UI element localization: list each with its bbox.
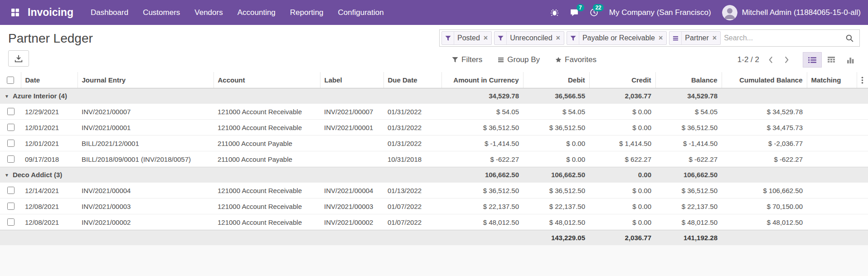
search-input[interactable] (723, 34, 841, 43)
col-cumulated-balance[interactable]: Cumulated Balance (722, 72, 807, 88)
optional-columns-toggle-icon[interactable] (858, 77, 868, 84)
total-debit: 143,229.05 (523, 230, 589, 246)
row-checkbox[interactable] (7, 108, 15, 115)
facet-posted: Posted × (441, 31, 492, 45)
pager-next-icon[interactable] (782, 56, 791, 64)
list-view-button[interactable] (803, 52, 822, 68)
col-date[interactable]: Date (21, 72, 78, 88)
pivot-view-button[interactable] (822, 52, 841, 68)
menu-accounting[interactable]: Accounting (230, 0, 283, 25)
ledger-row[interactable]: 12/01/2021 INV/2021/00001 121000 Account… (0, 120, 868, 136)
debug-bug-icon[interactable] (550, 8, 559, 17)
ledger-row[interactable]: 12/08/2021 INV/2021/00003 121000 Account… (0, 199, 868, 214)
menu-configuration[interactable]: Configuration (331, 0, 391, 25)
col-label[interactable]: Label (320, 72, 383, 88)
cell-balance: $ -622.27 (655, 151, 722, 167)
cell-due-date: 01/31/2022 (383, 120, 441, 136)
group-by-label: Group By (507, 55, 540, 64)
graph-view-button[interactable] (841, 52, 860, 68)
cell-account: 121000 Account Receivable (213, 199, 320, 214)
filter-icon (495, 32, 507, 44)
row-checkbox[interactable] (7, 124, 15, 131)
menu-vendors[interactable]: Vendors (187, 0, 230, 25)
cell-amount-currency: $ 22,137.50 (441, 199, 523, 214)
cell-balance: $ 36,512.50 (655, 183, 722, 199)
group-balance: 106,662.50 (655, 167, 722, 183)
favorites-label: Favorites (565, 55, 596, 64)
col-matching[interactable]: Matching (807, 72, 857, 88)
cell-matching (807, 214, 857, 230)
facet-remove-icon[interactable]: × (711, 34, 720, 42)
cell-account: 121000 Account Receivable (213, 183, 320, 199)
col-account[interactable]: Account (213, 72, 320, 88)
menu-dashboard[interactable]: Dashboard (83, 0, 136, 25)
facet-label: Payable or Receivable (579, 34, 657, 42)
group-row-azure-interior[interactable]: ▼Azure Interior (4) 34,529.78 36,566.55 … (0, 88, 868, 104)
main-menu: Dashboard Customers Vendors Accounting R… (83, 0, 391, 25)
pager-previous-icon[interactable] (766, 56, 775, 64)
cell-debit: $ 0.00 (523, 136, 589, 151)
user-avatar[interactable] (722, 5, 737, 20)
facet-remove-icon[interactable]: × (657, 34, 666, 42)
menu-customers[interactable]: Customers (136, 0, 187, 25)
cell-cumulated-balance: $ 70,150.00 (722, 199, 807, 214)
col-balance[interactable]: Balance (655, 72, 722, 88)
cell-journal-entry: INV/2021/00001 (78, 120, 213, 136)
cell-account: 121000 Account Receivable (213, 214, 320, 230)
messages-icon[interactable]: 7 (570, 8, 579, 17)
ledger-row[interactable]: 12/01/2021 BILL/2021/12/0001 211000 Acco… (0, 136, 868, 151)
cell-credit: $ 0.00 (589, 104, 655, 120)
facet-remove-icon[interactable]: × (554, 34, 564, 42)
group-by-button[interactable]: Group By (498, 55, 540, 64)
app-title[interactable]: Invoicing (28, 6, 73, 19)
facet-remove-icon[interactable]: × (482, 34, 491, 42)
filters-label: Filters (461, 55, 482, 64)
pager-value[interactable]: 1-2 / 2 (737, 55, 759, 64)
cell-due-date: 01/31/2022 (383, 104, 441, 120)
cell-account: 211000 Account Payable (213, 151, 320, 167)
cell-cumulated-balance: $ 48,012.50 (722, 214, 807, 230)
company-switcher[interactable]: My Company (San Francisco) (609, 8, 711, 17)
cell-journal-entry: BILL/2021/12/0001 (78, 136, 213, 151)
user-menu[interactable]: Mitchell Admin (11884065-15-0-all) (722, 5, 861, 20)
facet-label: Posted (454, 34, 482, 42)
user-name: Mitchell Admin (11884065-15-0-all) (742, 8, 861, 17)
group-row-deco-addict[interactable]: ▼Deco Addict (3) 106,662.50 106,662.50 0… (0, 167, 868, 183)
select-all-checkbox[interactable] (7, 77, 14, 84)
col-debit[interactable]: Debit (523, 72, 589, 88)
filter-icon (452, 57, 458, 63)
row-checkbox[interactable] (7, 140, 15, 147)
cell-matching (807, 199, 857, 214)
filter-icon (442, 32, 454, 44)
list-view-icon (808, 56, 817, 64)
ledger-row[interactable]: 12/08/2021 INV/2021/00002 121000 Account… (0, 214, 868, 230)
activities-clock-icon[interactable]: 22 (590, 8, 598, 17)
search-icon[interactable] (844, 34, 856, 43)
col-journal-entry[interactable]: Journal Entry (78, 72, 213, 88)
ledger-row[interactable]: 12/29/2021 INV/2021/00007 121000 Account… (0, 104, 868, 120)
row-checkbox[interactable] (7, 218, 15, 226)
messages-count-badge: 7 (577, 4, 584, 11)
cell-debit: $ 22,137.50 (523, 199, 589, 214)
star-icon (555, 57, 562, 63)
cell-date: 12/08/2021 (21, 199, 78, 214)
favorites-button[interactable]: Favorites (555, 55, 596, 64)
row-checkbox[interactable] (7, 187, 15, 194)
row-checkbox[interactable] (7, 203, 15, 210)
export-button[interactable] (8, 50, 29, 67)
cell-date: 12/08/2021 (21, 214, 78, 230)
menu-reporting[interactable]: Reporting (283, 0, 331, 25)
row-checkbox[interactable] (7, 155, 15, 163)
ledger-row[interactable]: 09/17/2018 BILL/2018/09/0001 (INV/2018/0… (0, 151, 868, 167)
apps-menu-icon[interactable] (7, 8, 23, 17)
col-credit[interactable]: Credit (589, 72, 655, 88)
cell-debit: $ 36,512.50 (523, 183, 589, 199)
col-amount-in-currency[interactable]: Amount in Currency (441, 72, 523, 88)
col-due-date[interactable]: Due Date (383, 72, 441, 88)
cell-journal-entry: INV/2021/00002 (78, 214, 213, 230)
facet-partner: Partner × (669, 31, 721, 45)
ledger-row[interactable]: 12/14/2021 INV/2021/00004 121000 Account… (0, 183, 868, 199)
filters-button[interactable]: Filters (452, 55, 482, 64)
cell-account: 121000 Account Receivable (213, 104, 320, 120)
group-debit: 36,566.55 (523, 88, 589, 104)
